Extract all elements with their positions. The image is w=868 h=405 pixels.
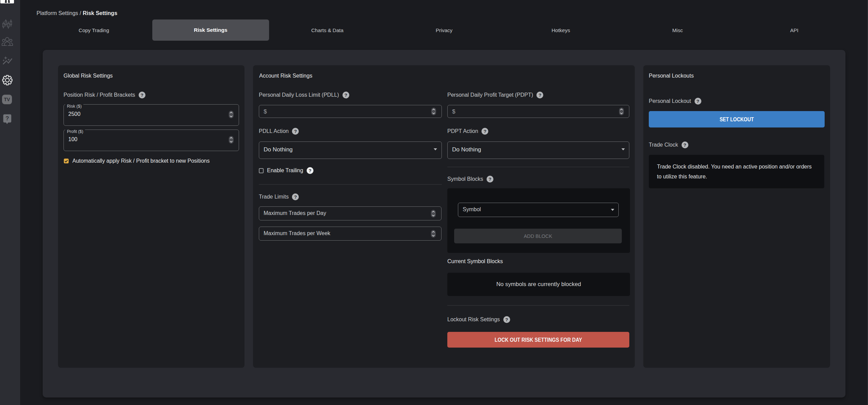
svg-text:LOCK OUT RISK SETTINGS FOR DAY: LOCK OUT RISK SETTINGS FOR DAY — [495, 337, 583, 343]
svg-text:?: ? — [5, 115, 9, 122]
svg-text:SET LOCKOUT: SET LOCKOUT — [720, 116, 754, 123]
svg-text:ADD BLOCK: ADD BLOCK — [524, 233, 552, 239]
